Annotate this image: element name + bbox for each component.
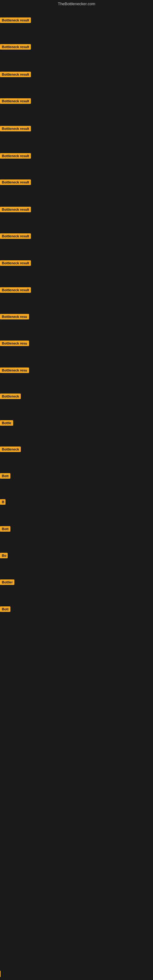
bottleneck-badge-wrapper-2: Bottleneck result: [0, 44, 31, 51]
bottleneck-badge-wrapper-17: Bottleneck: [0, 447, 21, 453]
bottleneck-badge-wrapper-8: Bottleneck result: [0, 207, 31, 213]
bottleneck-badge-13[interactable]: Bottleneck resu: [0, 340, 29, 346]
bottleneck-badge-6[interactable]: Bottleneck result: [0, 153, 31, 159]
bottleneck-badge-wrapper-12: Bottleneck resu: [0, 314, 29, 321]
bottleneck-badge-wrapper-21: Bo: [0, 553, 8, 560]
bottleneck-badge-wrapper-16: Bottle: [0, 420, 13, 427]
bottleneck-badge-wrapper-1: Bottleneck result: [0, 18, 31, 24]
bottleneck-badge-17[interactable]: Bottleneck: [0, 447, 21, 452]
bottleneck-badge-18[interactable]: Bott: [0, 473, 10, 479]
bottleneck-badge-wrapper-18: Bott: [0, 473, 10, 480]
bottleneck-badge-wrapper-13: Bottleneck resu: [0, 340, 29, 347]
bottleneck-badge-8[interactable]: Bottleneck result: [0, 207, 31, 212]
bottleneck-badge-12[interactable]: Bottleneck resu: [0, 314, 29, 320]
bottleneck-badge-wrapper-20: Bott: [0, 526, 10, 533]
site-title: TheBottlenecker.com: [0, 0, 153, 8]
bottleneck-badge-21[interactable]: Bo: [0, 553, 8, 558]
bottleneck-badge-20[interactable]: Bott: [0, 526, 10, 531]
bottleneck-badge-11[interactable]: Bottleneck result: [0, 287, 31, 293]
bottleneck-badge-wrapper-7: Bottleneck result: [0, 180, 31, 186]
bottleneck-badge-wrapper-11: Bottleneck result: [0, 287, 31, 294]
bottleneck-badge-19[interactable]: B: [0, 499, 5, 505]
bottleneck-badge-10[interactable]: Bottleneck result: [0, 260, 31, 266]
bottleneck-badge-wrapper-19: B: [0, 499, 5, 506]
bottleneck-badge-16[interactable]: Bottle: [0, 420, 13, 426]
bottleneck-badge-wrapper-3: Bottleneck result: [0, 72, 31, 78]
bottleneck-badge-wrapper-5: Bottleneck result: [0, 126, 31, 133]
bottleneck-badge-wrapper-6: Bottleneck result: [0, 153, 31, 160]
bottom-marker: [0, 971, 1, 977]
bottleneck-badge-14[interactable]: Bottleneck resu: [0, 368, 29, 373]
bottleneck-badge-5[interactable]: Bottleneck result: [0, 126, 31, 131]
bottleneck-badge-2[interactable]: Bottleneck result: [0, 44, 31, 49]
bottleneck-badge-4[interactable]: Bottleneck result: [0, 98, 31, 104]
bottleneck-badge-wrapper-23: Bott: [0, 606, 10, 613]
bottleneck-badge-9[interactable]: Bottleneck result: [0, 233, 31, 239]
bottleneck-badge-23[interactable]: Bott: [0, 606, 10, 612]
bottleneck-badge-15[interactable]: Bottleneck: [0, 393, 21, 399]
bottleneck-badge-wrapper-15: Bottleneck: [0, 393, 21, 400]
bottleneck-badge-wrapper-4: Bottleneck result: [0, 98, 31, 105]
bottleneck-badge-22[interactable]: Bottler: [0, 579, 14, 585]
bottleneck-badge-3[interactable]: Bottleneck result: [0, 72, 31, 77]
bottleneck-badge-1[interactable]: Bottleneck result: [0, 18, 31, 23]
bottleneck-badge-7[interactable]: Bottleneck result: [0, 180, 31, 185]
bottleneck-badge-wrapper-10: Bottleneck result: [0, 260, 31, 267]
bottleneck-badge-wrapper-14: Bottleneck resu: [0, 368, 29, 374]
bottleneck-badge-wrapper-22: Bottler: [0, 579, 14, 586]
bottleneck-badge-wrapper-9: Bottleneck result: [0, 233, 31, 240]
